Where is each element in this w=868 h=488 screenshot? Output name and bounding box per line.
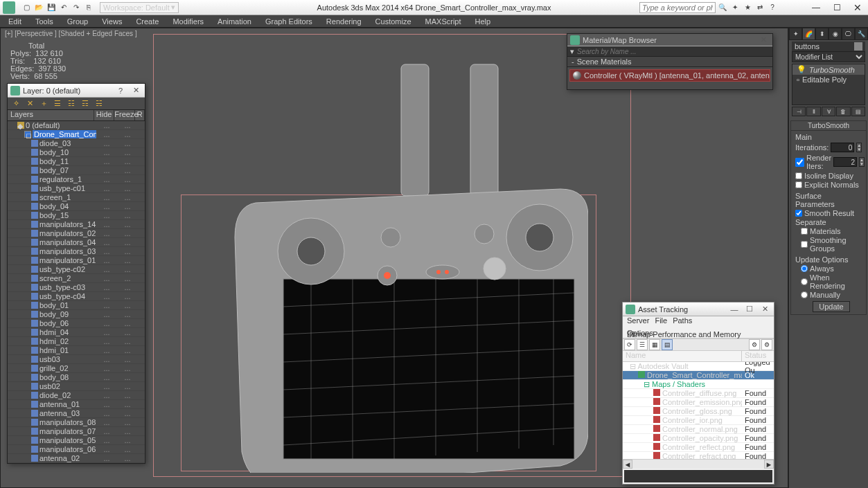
expand-icon[interactable]: ▫	[797, 75, 799, 84]
make-unique-icon[interactable]: ∀	[822, 107, 835, 116]
asset-item[interactable]: Controller_diffuse.pngFound	[623, 389, 774, 398]
menu-customize[interactable]: Customize	[370, 17, 417, 26]
layer-panel-help-icon[interactable]: ?	[114, 87, 127, 95]
layer-item[interactable]: body_01......	[8, 301, 145, 310]
layer-delete-icon[interactable]: ✕	[24, 99, 35, 109]
asset-item[interactable]: Controller_reflect.pngFound	[623, 443, 774, 452]
layer-item[interactable]: antenna_02......	[8, 454, 145, 463]
favorites-icon[interactable]: ★	[742, 2, 753, 13]
asset-menu-paths[interactable]: Paths	[673, 316, 692, 325]
viewport-label[interactable]: [+] [Perspective ] [Shaded + Edged Faces…	[5, 30, 137, 37]
layer-item[interactable]: manipulators_06......	[8, 445, 145, 454]
asset-item[interactable]: Controller_gloss.pngFound	[623, 407, 774, 416]
layer-item[interactable]: manipulators_01......	[8, 256, 145, 265]
layer-item[interactable]: manipulators_05......	[8, 436, 145, 445]
checkbox-smoothing-groups[interactable]	[801, 241, 808, 248]
checkbox-materials[interactable]	[801, 228, 808, 235]
layer-item[interactable]: manipulators_02......	[8, 229, 145, 238]
qat-new-icon[interactable]: ▢	[21, 2, 32, 13]
layer-item[interactable]: body_08......	[8, 373, 145, 382]
qat-save-icon[interactable]: 💾	[46, 2, 57, 13]
layer-item[interactable]: usb03......	[8, 355, 145, 364]
layer-item[interactable]: manipulators_14......	[8, 220, 145, 229]
asset-item[interactable]: Controller_emission.pngFound	[623, 398, 774, 407]
remove-modifier-icon[interactable]: 🗑	[836, 107, 850, 116]
layer-panel-close-icon[interactable]: ✕	[130, 86, 142, 95]
exchange-icon[interactable]: ⇄	[754, 2, 765, 13]
menu-help[interactable]: Help	[470, 17, 497, 26]
menu-graph-editors[interactable]: Graph Editors	[260, 17, 318, 26]
matbrowser-section-scene[interactable]: -Scene Materials	[567, 56, 772, 67]
qat-open-icon[interactable]: 📂	[33, 2, 44, 13]
layer-item[interactable]: usb_type-c03......	[8, 283, 145, 292]
checkbox-smooth-result[interactable]	[795, 210, 802, 217]
layer-item[interactable]: hdmi_01......	[8, 346, 145, 355]
spinner-render-iters[interactable]: ▲▼	[859, 157, 865, 167]
asset-opt2-icon[interactable]: ⚙	[761, 339, 772, 350]
asset-menu-options[interactable]: Options	[627, 329, 653, 337]
tab-create-icon[interactable]: ✦	[789, 28, 802, 40]
tab-motion-icon[interactable]: ◉	[829, 28, 842, 40]
object-color-swatch[interactable]	[854, 42, 862, 51]
layer-item[interactable]: body_11......	[8, 157, 145, 166]
layer-item[interactable]: □ Drone_Smart_Controller......	[8, 130, 145, 139]
layer-hide-icon[interactable]: ☶	[80, 99, 91, 109]
asset-item[interactable]: Controller_refract.pngFound	[623, 452, 774, 459]
radio-when-rendering[interactable]	[801, 278, 808, 285]
layer-highlight-icon[interactable]: ☷	[66, 99, 77, 109]
modifier-list-dropdown[interactable]: Modifier List	[792, 51, 865, 62]
checkbox-render-iters[interactable]	[795, 158, 804, 167]
layer-item[interactable]: usb02......	[8, 382, 145, 391]
workspace-dropdown[interactable]: Workspace: Default ▾	[100, 2, 179, 13]
asset-list-icon[interactable]: ▤	[662, 339, 673, 350]
asset-menu-server[interactable]: Server	[627, 316, 649, 325]
matbrowser-close-icon[interactable]: ✕	[757, 35, 770, 44]
layer-item[interactable]: antenna_01......	[8, 400, 145, 409]
material-item[interactable]: Controller ( VRayMtl ) [antenna_01, ante…	[569, 69, 770, 82]
layer-item[interactable]: screen_1......	[8, 193, 145, 202]
input-iterations[interactable]	[831, 143, 854, 152]
menu-animation[interactable]: Animation	[212, 17, 257, 26]
configure-sets-icon[interactable]: ▤	[851, 107, 865, 116]
asset-opt1-icon[interactable]: ⚙	[749, 339, 760, 350]
layer-item[interactable]: regulators_1......	[8, 175, 145, 184]
layer-item[interactable]: manipulators_08......	[8, 418, 145, 427]
menu-rendering[interactable]: Rendering	[321, 17, 367, 26]
layer-item[interactable]: body_06......	[8, 319, 145, 328]
help-icon[interactable]: ?	[767, 2, 778, 13]
asset-item[interactable]: Controller_ior.pngFound	[623, 416, 774, 425]
matbrowser-search-input[interactable]	[577, 48, 770, 55]
layer-item[interactable]: diode_02......	[8, 391, 145, 400]
layer-select-icon[interactable]: ☰	[52, 99, 63, 109]
layer-item[interactable]: antenna_03......	[8, 409, 145, 418]
layer-item[interactable]: screen_2......	[8, 274, 145, 283]
scroll-right-icon[interactable]: ►	[764, 460, 774, 469]
layer-item[interactable]: ◆ 0 (default)......	[8, 121, 145, 130]
asset-item[interactable]: ⊟ Maps / Shaders	[623, 380, 774, 389]
lightbulb-icon[interactable]: 💡	[797, 65, 806, 74]
menu-views[interactable]: Views	[96, 17, 127, 26]
asset-col-name[interactable]: Name	[623, 351, 742, 361]
checkbox-icon[interactable]: □	[24, 131, 31, 138]
asset-item[interactable]: Controller_normal.pngFound	[623, 425, 774, 434]
asset-table-icon[interactable]: ▦	[649, 339, 660, 350]
menu-create[interactable]: Create	[130, 17, 164, 26]
layer-item[interactable]: body_10......	[8, 148, 145, 157]
layer-item[interactable]: manipulators_07......	[8, 427, 145, 436]
layer-item[interactable]: grille_02......	[8, 364, 145, 373]
col-render[interactable]: R	[135, 110, 145, 120]
tab-display-icon[interactable]: 🖵	[842, 28, 855, 40]
asset-item[interactable]: Controller_opacity.pngFound	[623, 434, 774, 443]
modifier-stack[interactable]: 💡TurboSmooth ▫Editable Poly	[792, 64, 865, 105]
col-freeze[interactable]: Freeze	[114, 110, 135, 120]
layer-item[interactable]: manipulators_04......	[8, 238, 145, 247]
menu-tools[interactable]: Tools	[30, 17, 59, 26]
minimize-button[interactable]: —	[806, 0, 826, 15]
asset-item[interactable]: ⊟ Autodesk VaultLogged Ou	[623, 362, 774, 371]
show-end-result-icon[interactable]: Ⅱ	[806, 107, 820, 116]
asset-tree-icon[interactable]: ☰	[637, 339, 648, 350]
asset-list[interactable]: ⊟ Autodesk VaultLogged Ou Drone_Smart_Co…	[623, 362, 774, 459]
layer-item[interactable]: usb_type-c04......	[8, 292, 145, 301]
search-input[interactable]	[639, 2, 716, 13]
comm-center-icon[interactable]: ✦	[729, 2, 741, 13]
